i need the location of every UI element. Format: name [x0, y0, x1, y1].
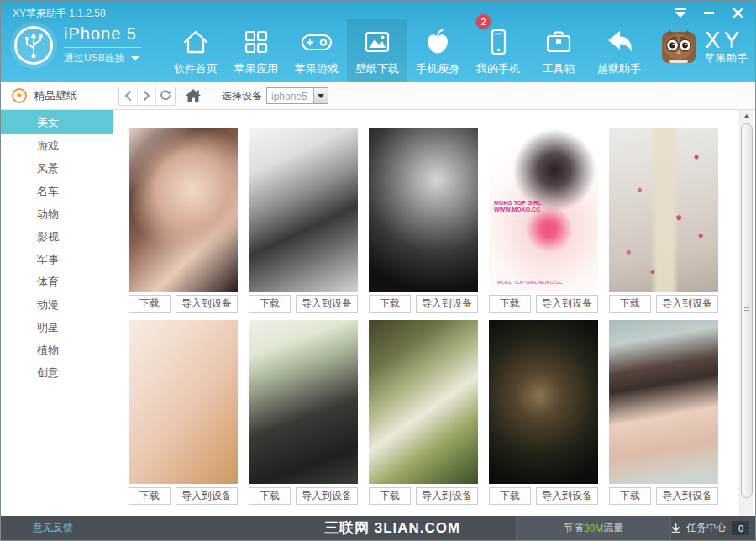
navigation-bar: 选择设备 iphone5	[113, 82, 755, 110]
wallpaper-card: 下载 导入到设备	[369, 320, 478, 505]
download-button[interactable]: 下载	[249, 487, 291, 505]
download-button[interactable]: 下载	[129, 295, 171, 313]
import-to-device-button[interactable]: 导入到设备	[176, 487, 238, 505]
savings-value: 30M	[584, 523, 603, 534]
sidebar-item-sports[interactable]: 体育	[1, 270, 113, 293]
sidebar-item-animals[interactable]: 动物	[1, 202, 113, 225]
wallpaper-thumbnail[interactable]	[609, 128, 718, 292]
chevron-left-icon	[124, 91, 132, 101]
toolbar-item-my-phone[interactable]: 2 我的手机	[468, 19, 528, 82]
import-to-device-button[interactable]: 导入到设备	[416, 295, 478, 313]
toolbar-item-label: 越狱助手	[597, 61, 641, 76]
card-buttons: 下载 导入到设备	[609, 295, 718, 313]
toolbar-item-jailbreak[interactable]: 越狱助手	[589, 19, 649, 82]
sidebar-item-plants[interactable]: 植物	[1, 339, 113, 361]
site-watermark: 三联网 3LIAN.COM	[324, 516, 460, 540]
download-button[interactable]: 下载	[489, 487, 531, 505]
wallpaper-gallery: 下载 导入到设备 下载 导入到设备 下载 导入到设备	[114, 110, 755, 516]
chevron-down-icon	[131, 56, 139, 60]
download-button[interactable]: 下载	[249, 295, 291, 313]
toolbar-item-toolbox[interactable]: 工具箱	[528, 19, 589, 82]
chevron-right-icon	[143, 91, 150, 101]
select-arrow-button[interactable]	[313, 88, 328, 103]
device-select-dropdown[interactable]: iphone5	[266, 87, 328, 104]
toolbar-item-apple-games[interactable]: 苹果游戏	[286, 19, 347, 82]
card-buttons: 下载 导入到设备	[489, 295, 598, 313]
sidebar-header: ★ 精品壁纸	[1, 82, 113, 110]
refresh-button[interactable]	[156, 87, 175, 105]
phone-icon	[483, 25, 513, 59]
task-center-button[interactable]: 任务中心 0	[671, 516, 749, 540]
wallpaper-thumbnail[interactable]	[369, 128, 478, 292]
toolbar-item-software-home[interactable]: 软件首页	[165, 19, 226, 82]
sidebar-item-military[interactable]: 军事	[1, 248, 113, 270]
wallpaper-thumbnail[interactable]	[249, 320, 358, 484]
sidebar-item-creative[interactable]: 创意	[1, 361, 113, 384]
sidebar-item-movies[interactable]: 影视	[1, 225, 113, 248]
feedback-link[interactable]: 意见反馈	[33, 516, 73, 540]
toolbar-item-phone-slimming[interactable]: 手机瘦身	[407, 19, 468, 82]
import-to-device-button[interactable]: 导入到设备	[296, 295, 358, 313]
brand-subtitle: 苹果助手	[705, 51, 748, 66]
vertical-scrollbar[interactable]	[739, 110, 753, 516]
device-text: iPhone 5 通过USB连接	[64, 24, 141, 66]
sidebar-item-beauty[interactable]: 美女	[1, 110, 113, 134]
scroll-up-button[interactable]	[740, 110, 753, 123]
close-icon	[732, 8, 743, 18]
toolbox-icon	[543, 25, 574, 59]
import-to-device-button[interactable]: 导入到设备	[536, 295, 598, 313]
import-to-device-button[interactable]: 导入到设备	[656, 295, 718, 313]
import-to-device-button[interactable]: 导入到设备	[536, 487, 598, 505]
minimize-button[interactable]	[701, 6, 717, 19]
wallpaper-thumbnail[interactable]	[489, 320, 598, 484]
wallpaper-grid: 下载 导入到设备 下载 导入到设备 下载 导入到设备	[129, 128, 718, 505]
sidebar-item-scenery[interactable]: 风景	[1, 157, 113, 180]
device-connection-dropdown[interactable]: 通过USB连接	[64, 51, 141, 66]
sidebar-item-games[interactable]: 游戏	[1, 134, 113, 157]
home-nav-button[interactable]	[185, 88, 202, 103]
toolbar-item-label: 壁纸下载	[355, 61, 399, 76]
toolbar-item-apple-apps[interactable]: 苹果应用	[226, 19, 286, 82]
download-button[interactable]: 下载	[369, 487, 411, 505]
download-arrow-icon	[671, 523, 680, 533]
download-button[interactable]: 下载	[489, 295, 531, 313]
sidebar-item-anime[interactable]: 动漫	[1, 293, 113, 316]
wallpaper-thumbnail[interactable]	[129, 320, 238, 484]
header-bar: XY苹果助手 1.1.2.58	[1, 1, 755, 82]
toolbar-item-wallpaper-download[interactable]: 壁纸下载	[347, 19, 407, 82]
sidebar-item-stars[interactable]: 明星	[1, 316, 113, 339]
wallpaper-thumbnail[interactable]	[369, 320, 478, 484]
forward-button[interactable]	[138, 87, 156, 105]
apple-icon	[423, 25, 453, 59]
close-button[interactable]	[730, 6, 745, 19]
sidebar-item-cars[interactable]: 名车	[1, 180, 113, 202]
star-icon: ★	[12, 88, 27, 103]
window-title: XY苹果助手 1.1.2.58	[13, 7, 106, 21]
scrollbar-grip	[744, 307, 749, 315]
device-connection-label: 通过USB连接	[64, 51, 125, 66]
toolbar-item-label: 软件首页	[174, 61, 218, 76]
status-bar: 意见反馈 三联网 3LIAN.COM 节省30M流量 任务中心 0	[1, 516, 755, 540]
sidebar-header-label: 精品壁纸	[34, 88, 77, 103]
import-to-device-button[interactable]: 导入到设备	[416, 487, 478, 505]
app-window: XY苹果助手 1.1.2.58	[0, 0, 756, 541]
download-button[interactable]: 下载	[369, 295, 411, 313]
wallpaper-thumbnail[interactable]: MOKO TOP GIRL WWW.MOKO.CC MOKO TOP GIRL …	[489, 128, 598, 292]
import-to-device-button[interactable]: 导入到设备	[296, 487, 358, 505]
wallpaper-thumbnail[interactable]	[129, 128, 238, 292]
card-buttons: 下载 导入到设备	[369, 487, 478, 505]
download-button[interactable]: 下载	[609, 295, 651, 313]
home-filled-icon	[185, 88, 202, 103]
wallpaper-card: 下载 导入到设备	[489, 320, 598, 505]
wallpaper-thumbnail[interactable]	[609, 320, 718, 484]
import-to-device-button[interactable]: 导入到设备	[656, 487, 718, 505]
main-menu-button[interactable]	[673, 6, 688, 19]
wallpaper-thumbnail[interactable]	[249, 128, 358, 292]
scrollbar-thumb[interactable]	[741, 123, 753, 498]
back-button[interactable]	[119, 87, 138, 105]
download-button[interactable]: 下载	[609, 487, 651, 505]
download-button[interactable]: 下载	[129, 487, 171, 505]
notification-badge: 2	[476, 14, 491, 29]
import-to-device-button[interactable]: 导入到设备	[176, 295, 238, 313]
card-buttons: 下载 导入到设备	[249, 487, 358, 505]
